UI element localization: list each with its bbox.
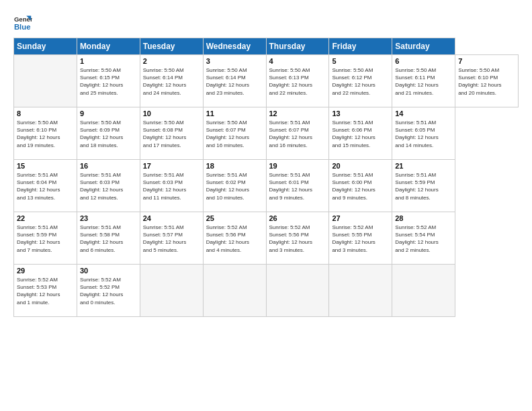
day-info: Sunrise: 5:51 AMSunset: 6:07 PMDaylight:… (269, 119, 326, 149)
day-info: Sunrise: 5:52 AMSunset: 5:52 PMDaylight:… (80, 276, 137, 306)
calendar-week-row: 29Sunrise: 5:52 AMSunset: 5:53 PMDayligh… (14, 265, 519, 317)
calendar-day-cell: 2Sunrise: 5:50 AMSunset: 6:14 PMDaylight… (140, 55, 203, 107)
day-number: 2 (143, 57, 200, 65)
day-info: Sunrise: 5:51 AMSunset: 5:57 PMDaylight:… (143, 224, 200, 254)
day-number: 20 (332, 162, 389, 170)
calendar-day-cell: 28Sunrise: 5:52 AMSunset: 5:54 PMDayligh… (392, 212, 455, 265)
calendar-day-cell: 27Sunrise: 5:52 AMSunset: 5:55 PMDayligh… (329, 212, 392, 265)
day-number: 8 (17, 109, 74, 118)
day-info: Sunrise: 5:50 AMSunset: 6:11 PMDaylight:… (395, 66, 452, 97)
day-number: 30 (80, 267, 137, 275)
svg-text:Blue: Blue (14, 23, 31, 31)
day-number: 9 (80, 109, 137, 118)
calendar-day-cell (203, 265, 266, 317)
day-number: 29 (17, 267, 74, 275)
page-container: General Blue SundayMondayTuesdayWednesda… (0, 0, 532, 324)
calendar-day-cell: 10Sunrise: 5:50 AMSunset: 6:08 PMDayligh… (140, 107, 203, 160)
calendar-day-cell: 3Sunrise: 5:50 AMSunset: 6:14 PMDaylight… (203, 55, 266, 107)
day-info: Sunrise: 5:51 AMSunset: 6:04 PMDaylight:… (17, 171, 74, 201)
day-info: Sunrise: 5:52 AMSunset: 5:56 PMDaylight:… (206, 224, 263, 254)
day-info: Sunrise: 5:50 AMSunset: 6:10 PMDaylight:… (17, 119, 74, 149)
day-number: 4 (269, 57, 326, 65)
day-number: 26 (269, 214, 326, 222)
calendar-week-row: 8Sunrise: 5:50 AMSunset: 6:10 PMDaylight… (14, 107, 519, 160)
weekday-header: Tuesday (140, 38, 203, 55)
calendar-day-cell: 17Sunrise: 5:51 AMSunset: 6:03 PMDayligh… (140, 160, 203, 212)
day-number: 6 (395, 57, 452, 65)
calendar-day-cell (140, 265, 203, 317)
day-info: Sunrise: 5:50 AMSunset: 6:12 PMDaylight:… (332, 66, 389, 97)
calendar-body: 1Sunrise: 5:50 AMSunset: 6:15 PMDaylight… (14, 55, 519, 317)
day-info: Sunrise: 5:51 AMSunset: 6:00 PMDaylight:… (332, 171, 389, 201)
calendar-day-cell: 18Sunrise: 5:51 AMSunset: 6:02 PMDayligh… (203, 160, 266, 212)
calendar-day-cell: 1Sunrise: 5:50 AMSunset: 6:15 PMDaylight… (77, 55, 140, 107)
header: General Blue (13, 11, 519, 32)
calendar-day-cell: 30Sunrise: 5:52 AMSunset: 5:52 PMDayligh… (77, 265, 140, 317)
day-number: 15 (17, 162, 74, 170)
calendar-table: SundayMondayTuesdayWednesdayThursdayFrid… (13, 38, 519, 317)
day-info: Sunrise: 5:52 AMSunset: 5:55 PMDaylight:… (332, 224, 389, 254)
calendar-day-cell: 11Sunrise: 5:50 AMSunset: 6:07 PMDayligh… (203, 107, 266, 160)
day-info: Sunrise: 5:51 AMSunset: 5:58 PMDaylight:… (80, 224, 137, 254)
day-info: Sunrise: 5:50 AMSunset: 6:08 PMDaylight:… (143, 119, 200, 149)
calendar-day-cell: 29Sunrise: 5:52 AMSunset: 5:53 PMDayligh… (14, 265, 77, 317)
weekday-header: Wednesday (203, 38, 266, 55)
calendar-day-cell: 24Sunrise: 5:51 AMSunset: 5:57 PMDayligh… (140, 212, 203, 265)
day-number: 1 (80, 57, 137, 65)
calendar-day-cell: 13Sunrise: 5:51 AMSunset: 6:06 PMDayligh… (329, 107, 392, 160)
calendar-day-cell: 25Sunrise: 5:52 AMSunset: 5:56 PMDayligh… (203, 212, 266, 265)
calendar-day-cell: 19Sunrise: 5:51 AMSunset: 6:01 PMDayligh… (266, 160, 329, 212)
day-info: Sunrise: 5:50 AMSunset: 6:14 PMDaylight:… (143, 66, 200, 97)
day-info: Sunrise: 5:52 AMSunset: 5:56 PMDaylight:… (269, 224, 326, 254)
day-number: 25 (206, 214, 263, 222)
calendar-day-cell (266, 265, 329, 317)
day-number: 3 (206, 57, 263, 65)
calendar-day-cell: 16Sunrise: 5:51 AMSunset: 6:03 PMDayligh… (77, 160, 140, 212)
day-number: 10 (143, 109, 200, 118)
day-info: Sunrise: 5:50 AMSunset: 6:09 PMDaylight:… (80, 119, 137, 149)
calendar-week-row: 22Sunrise: 5:51 AMSunset: 5:59 PMDayligh… (14, 212, 519, 265)
day-number: 19 (269, 162, 326, 170)
calendar-day-cell: 8Sunrise: 5:50 AMSunset: 6:10 PMDaylight… (14, 107, 77, 160)
day-info: Sunrise: 5:50 AMSunset: 6:07 PMDaylight:… (206, 119, 263, 149)
calendar-day-cell: 4Sunrise: 5:50 AMSunset: 6:13 PMDaylight… (266, 55, 329, 107)
calendar-day-cell: 6Sunrise: 5:50 AMSunset: 6:11 PMDaylight… (392, 55, 455, 107)
weekday-header: Monday (77, 38, 140, 55)
calendar-day-cell: 20Sunrise: 5:51 AMSunset: 6:00 PMDayligh… (329, 160, 392, 212)
logo-icon: General Blue (13, 13, 32, 32)
day-info: Sunrise: 5:52 AMSunset: 5:54 PMDaylight:… (395, 224, 452, 254)
day-info: Sunrise: 5:51 AMSunset: 5:59 PMDaylight:… (395, 171, 452, 201)
day-number: 18 (206, 162, 263, 170)
day-number: 22 (17, 214, 74, 222)
calendar-day-cell: 5Sunrise: 5:50 AMSunset: 6:12 PMDaylight… (329, 55, 392, 107)
day-info: Sunrise: 5:50 AMSunset: 6:15 PMDaylight:… (80, 66, 137, 97)
day-info: Sunrise: 5:51 AMSunset: 6:01 PMDaylight:… (269, 171, 326, 201)
day-info: Sunrise: 5:50 AMSunset: 6:13 PMDaylight:… (269, 66, 326, 97)
day-number: 11 (206, 109, 263, 118)
day-number: 14 (395, 109, 452, 118)
calendar-day-cell: 22Sunrise: 5:51 AMSunset: 5:59 PMDayligh… (14, 212, 77, 265)
calendar-day-cell (392, 265, 455, 317)
day-info: Sunrise: 5:51 AMSunset: 6:03 PMDaylight:… (80, 171, 137, 201)
calendar-empty-cell (14, 55, 77, 107)
calendar-day-cell: 21Sunrise: 5:51 AMSunset: 5:59 PMDayligh… (392, 160, 455, 212)
day-info: Sunrise: 5:51 AMSunset: 5:59 PMDaylight:… (17, 224, 74, 254)
weekday-header: Friday (329, 38, 392, 55)
calendar-week-row: 1Sunrise: 5:50 AMSunset: 6:15 PMDaylight… (14, 55, 519, 107)
day-number: 27 (332, 214, 389, 222)
day-info: Sunrise: 5:51 AMSunset: 6:05 PMDaylight:… (395, 119, 452, 149)
weekday-header: Saturday (392, 38, 455, 55)
weekday-header: Thursday (266, 38, 329, 55)
day-number: 21 (395, 162, 452, 170)
day-number: 12 (269, 109, 326, 118)
day-number: 7 (458, 57, 515, 65)
calendar-day-cell: 7Sunrise: 5:50 AMSunset: 6:10 PMDaylight… (455, 55, 519, 107)
day-info: Sunrise: 5:50 AMSunset: 6:14 PMDaylight:… (206, 66, 263, 97)
calendar-day-cell: 15Sunrise: 5:51 AMSunset: 6:04 PMDayligh… (14, 160, 77, 212)
day-number: 28 (395, 214, 452, 222)
logo: General Blue (13, 13, 32, 32)
calendar-day-cell: 14Sunrise: 5:51 AMSunset: 6:05 PMDayligh… (392, 107, 455, 160)
day-number: 5 (332, 57, 389, 65)
day-number: 23 (80, 214, 137, 222)
calendar-day-cell: 26Sunrise: 5:52 AMSunset: 5:56 PMDayligh… (266, 212, 329, 265)
